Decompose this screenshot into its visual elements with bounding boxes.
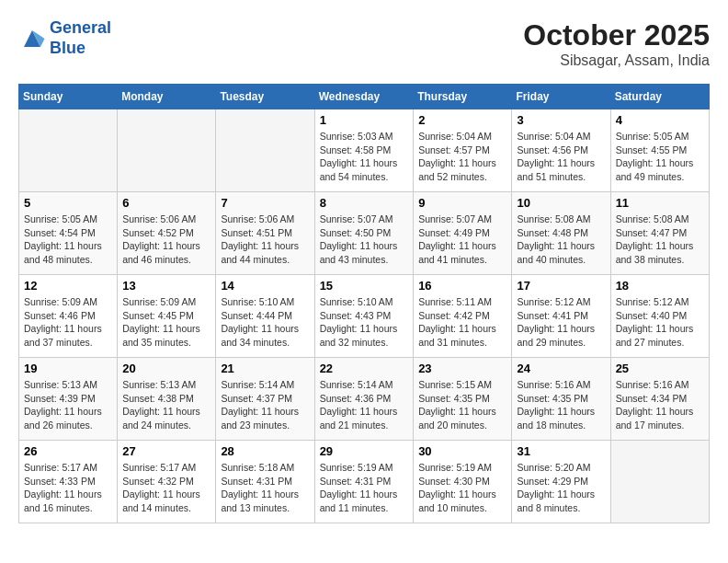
calendar-cell — [216, 109, 314, 192]
calendar-cell: 13Sunrise: 5:09 AM Sunset: 4:45 PM Dayli… — [118, 275, 216, 358]
day-number: 6 — [122, 196, 210, 210]
title-block: October 2025 Sibsagar, Assam, India — [523, 18, 710, 69]
calendar-cell: 1Sunrise: 5:03 AM Sunset: 4:58 PM Daylig… — [314, 109, 414, 192]
weekday-header: Tuesday — [216, 85, 314, 109]
calendar-cell: 10Sunrise: 5:08 AM Sunset: 4:48 PM Dayli… — [512, 192, 610, 275]
calendar-cell: 9Sunrise: 5:07 AM Sunset: 4:49 PM Daylig… — [414, 192, 512, 275]
day-number: 21 — [221, 362, 309, 375]
calendar-cell — [19, 109, 118, 192]
page-header: General Blue October 2025 Sibsagar, Assa… — [18, 18, 710, 69]
calendar-week-row: 12Sunrise: 5:09 AM Sunset: 4:46 PM Dayli… — [19, 275, 710, 358]
day-info: Sunrise: 5:04 AM Sunset: 4:57 PM Dayligh… — [418, 130, 506, 184]
day-info: Sunrise: 5:10 AM Sunset: 4:44 PM Dayligh… — [221, 295, 309, 350]
calendar-cell — [118, 109, 216, 192]
day-number: 31 — [517, 444, 605, 458]
calendar-table: SundayMondayTuesdayWednesdayThursdayFrid… — [18, 84, 710, 523]
day-number: 1 — [320, 113, 409, 127]
day-info: Sunrise: 5:09 AM Sunset: 4:46 PM Dayligh… — [24, 295, 112, 350]
day-info: Sunrise: 5:15 AM Sunset: 4:35 PM Dayligh… — [418, 378, 506, 432]
day-info: Sunrise: 5:19 AM Sunset: 4:30 PM Dayligh… — [418, 461, 506, 515]
calendar-cell: 2Sunrise: 5:04 AM Sunset: 4:57 PM Daylig… — [414, 109, 512, 192]
day-info: Sunrise: 5:11 AM Sunset: 4:42 PM Dayligh… — [418, 295, 506, 350]
logo-icon — [18, 25, 46, 52]
day-info: Sunrise: 5:17 AM Sunset: 4:33 PM Dayligh… — [24, 461, 112, 515]
calendar-cell: 29Sunrise: 5:19 AM Sunset: 4:31 PM Dayli… — [314, 441, 414, 523]
weekday-header: Wednesday — [314, 85, 414, 109]
weekday-header: Sunday — [19, 85, 118, 109]
calendar-cell: 25Sunrise: 5:16 AM Sunset: 4:34 PM Dayli… — [610, 358, 709, 441]
calendar-cell: 19Sunrise: 5:13 AM Sunset: 4:39 PM Dayli… — [19, 358, 118, 441]
day-info: Sunrise: 5:20 AM Sunset: 4:29 PM Dayligh… — [517, 461, 605, 515]
day-info: Sunrise: 5:10 AM Sunset: 4:43 PM Dayligh… — [320, 295, 409, 350]
day-number: 14 — [221, 279, 309, 293]
day-number: 26 — [24, 444, 112, 458]
day-info: Sunrise: 5:03 AM Sunset: 4:58 PM Dayligh… — [320, 130, 409, 184]
day-info: Sunrise: 5:14 AM Sunset: 4:37 PM Dayligh… — [221, 378, 309, 432]
day-number: 2 — [418, 113, 506, 127]
calendar-cell: 22Sunrise: 5:14 AM Sunset: 4:36 PM Dayli… — [314, 358, 414, 441]
weekday-header: Thursday — [414, 85, 512, 109]
calendar-week-row: 5Sunrise: 5:05 AM Sunset: 4:54 PM Daylig… — [19, 192, 710, 275]
day-number: 18 — [616, 279, 704, 293]
day-number: 19 — [24, 362, 112, 375]
calendar-cell: 11Sunrise: 5:08 AM Sunset: 4:47 PM Dayli… — [610, 192, 709, 275]
day-info: Sunrise: 5:06 AM Sunset: 4:51 PM Dayligh… — [221, 213, 309, 267]
day-info: Sunrise: 5:17 AM Sunset: 4:32 PM Dayligh… — [122, 461, 210, 515]
calendar-cell: 20Sunrise: 5:13 AM Sunset: 4:38 PM Dayli… — [118, 358, 216, 441]
calendar-cell: 23Sunrise: 5:15 AM Sunset: 4:35 PM Dayli… — [414, 358, 512, 441]
day-number: 30 — [418, 444, 506, 458]
day-info: Sunrise: 5:09 AM Sunset: 4:45 PM Dayligh… — [122, 295, 210, 350]
weekday-header: Saturday — [610, 85, 709, 109]
calendar-cell: 6Sunrise: 5:06 AM Sunset: 4:52 PM Daylig… — [118, 192, 216, 275]
day-number: 16 — [418, 279, 506, 293]
day-number: 11 — [616, 196, 704, 210]
day-number: 13 — [122, 279, 210, 293]
calendar-cell: 16Sunrise: 5:11 AM Sunset: 4:42 PM Dayli… — [414, 275, 512, 358]
day-number: 10 — [517, 196, 605, 210]
calendar-cell: 3Sunrise: 5:04 AM Sunset: 4:56 PM Daylig… — [512, 109, 610, 192]
day-number: 4 — [616, 113, 704, 127]
day-info: Sunrise: 5:05 AM Sunset: 4:54 PM Dayligh… — [24, 213, 112, 267]
day-info: Sunrise: 5:16 AM Sunset: 4:34 PM Dayligh… — [616, 378, 704, 432]
day-info: Sunrise: 5:07 AM Sunset: 4:49 PM Dayligh… — [418, 213, 506, 267]
calendar-cell: 31Sunrise: 5:20 AM Sunset: 4:29 PM Dayli… — [512, 441, 610, 523]
logo: General Blue — [18, 18, 111, 58]
day-number: 3 — [517, 113, 605, 127]
calendar-cell: 8Sunrise: 5:07 AM Sunset: 4:50 PM Daylig… — [314, 192, 414, 275]
day-info: Sunrise: 5:07 AM Sunset: 4:50 PM Dayligh… — [320, 213, 409, 267]
day-number: 24 — [517, 362, 605, 375]
day-info: Sunrise: 5:05 AM Sunset: 4:55 PM Dayligh… — [616, 130, 704, 184]
day-number: 12 — [24, 279, 112, 293]
calendar-cell: 27Sunrise: 5:17 AM Sunset: 4:32 PM Dayli… — [118, 441, 216, 523]
day-info: Sunrise: 5:12 AM Sunset: 4:40 PM Dayligh… — [616, 295, 704, 350]
day-number: 22 — [320, 362, 409, 375]
day-info: Sunrise: 5:18 AM Sunset: 4:31 PM Dayligh… — [221, 461, 309, 515]
day-number: 15 — [320, 279, 409, 293]
day-info: Sunrise: 5:13 AM Sunset: 4:39 PM Dayligh… — [24, 378, 112, 432]
day-number: 23 — [418, 362, 506, 375]
day-info: Sunrise: 5:14 AM Sunset: 4:36 PM Dayligh… — [320, 378, 409, 432]
weekday-header: Monday — [118, 85, 216, 109]
day-number: 27 — [122, 444, 210, 458]
calendar-cell: 18Sunrise: 5:12 AM Sunset: 4:40 PM Dayli… — [610, 275, 709, 358]
page-title: October 2025 — [523, 18, 710, 52]
day-number: 28 — [221, 444, 309, 458]
calendar-cell: 28Sunrise: 5:18 AM Sunset: 4:31 PM Dayli… — [216, 441, 314, 523]
day-info: Sunrise: 5:16 AM Sunset: 4:35 PM Dayligh… — [517, 378, 605, 432]
day-number: 5 — [24, 196, 112, 210]
day-number: 9 — [418, 196, 506, 210]
day-number: 7 — [221, 196, 309, 210]
day-number: 25 — [616, 362, 704, 375]
calendar-week-row: 1Sunrise: 5:03 AM Sunset: 4:58 PM Daylig… — [19, 109, 710, 192]
day-info: Sunrise: 5:04 AM Sunset: 4:56 PM Dayligh… — [517, 130, 605, 184]
calendar-cell: 14Sunrise: 5:10 AM Sunset: 4:44 PM Dayli… — [216, 275, 314, 358]
calendar-cell — [610, 441, 709, 523]
day-info: Sunrise: 5:06 AM Sunset: 4:52 PM Dayligh… — [122, 213, 210, 267]
day-info: Sunrise: 5:12 AM Sunset: 4:41 PM Dayligh… — [517, 295, 605, 350]
day-info: Sunrise: 5:13 AM Sunset: 4:38 PM Dayligh… — [122, 378, 210, 432]
calendar-cell: 4Sunrise: 5:05 AM Sunset: 4:55 PM Daylig… — [610, 109, 709, 192]
calendar-cell: 12Sunrise: 5:09 AM Sunset: 4:46 PM Dayli… — [19, 275, 118, 358]
day-number: 20 — [122, 362, 210, 375]
day-number: 8 — [320, 196, 409, 210]
calendar-cell: 26Sunrise: 5:17 AM Sunset: 4:33 PM Dayli… — [19, 441, 118, 523]
